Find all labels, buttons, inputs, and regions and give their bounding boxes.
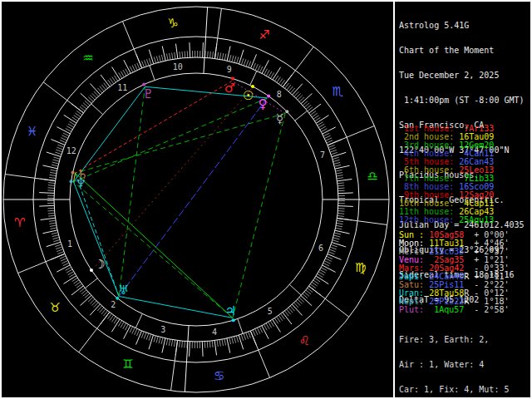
chart-time: 1:41:00pm (ST -8:00 GMT)	[399, 96, 525, 105]
zodiac-glyph-gemini: ♊	[122, 357, 133, 372]
chart-info-sidebar: Astrolog 5.41G Chart of the Moment Tue D…	[397, 2, 530, 397]
house-number: 3	[160, 325, 165, 334]
aspect-lines	[74, 81, 286, 318]
chart-type: Chart of the Moment	[399, 47, 525, 55]
aspect-trine	[74, 98, 268, 182]
zodiac-glyph-sagittarius: ♐	[259, 27, 269, 42]
planet-glyph-neptune: ♆	[76, 175, 86, 190]
planet-glyph-uranus: ♅	[118, 283, 129, 298]
planet-glyph-sun: ☉	[243, 88, 254, 103]
degree-marker-jupiter	[232, 318, 235, 322]
degree-marker-saturn	[71, 170, 75, 174]
degree-marker-mercury	[285, 110, 288, 113]
aspect-sextile	[119, 296, 233, 318]
planet-glyph-mercury: ☿	[276, 111, 283, 126]
planet-row: Plut: 1Aqu57 - 2°58'	[399, 306, 509, 314]
degree-marker-mars	[231, 77, 234, 81]
aspect-trine	[119, 86, 145, 296]
zodiac-glyph-cancer: ♋	[214, 368, 224, 383]
aspect-trine	[233, 113, 285, 318]
house-number: 7	[320, 150, 325, 160]
planet-glyph-pluto: ♇	[142, 86, 153, 101]
planet-glyph-mars: ♂	[224, 81, 235, 96]
element-tally-list: Fire: 3, Earth: 2, Air : 1, Water: 4 Car…	[399, 319, 509, 399]
house-number: 9	[227, 65, 232, 74]
aspect-trine	[74, 182, 233, 318]
zodiac-glyph-aries: ♈	[14, 215, 25, 230]
tally-modes: Car: 1, Fix: 4, Mut: 5	[399, 386, 509, 394]
planet-glyphs: ☉☽☿♀♂♃♄♅♆♇	[76, 81, 284, 318]
aspect-trine	[75, 113, 285, 173]
house-label: 12th house:	[399, 215, 459, 224]
house-number: 1	[67, 239, 72, 249]
house-number: 10	[173, 62, 183, 71]
tally-elements-1: Fire: 3, Earth: 2,	[399, 336, 509, 344]
tally-elements-2: Air : 1, Water: 4	[399, 361, 509, 369]
house-cusp-spokes	[3, 7, 389, 392]
zodiac-glyph-virgo: ♍	[355, 260, 366, 275]
planet-latitude: - 2°58'	[469, 305, 509, 314]
house-number: 2	[111, 300, 116, 309]
house-number: 4	[212, 328, 217, 337]
degree-tick-ring	[39, 42, 353, 357]
house-number: 11	[117, 83, 127, 92]
zodiac-glyph-leo: ♌	[298, 333, 309, 348]
house-row: 12th house: 25Aqu13	[399, 216, 494, 224]
house-number: 12	[66, 146, 76, 155]
app-title: Astrolog 5.41G	[399, 22, 525, 30]
planet-glyph-jupiter: ♃	[224, 303, 235, 318]
panel-separator	[393, 2, 395, 397]
natal-wheel-chart: ♈♉♊♋♌♍♎♏♐♑♒♓123456789101112☉☽☿♀♂♃♄♅♆♇	[2, 2, 392, 397]
house-number: 6	[318, 244, 323, 253]
planet-name: Plut:	[399, 305, 429, 314]
aspect-quincunx	[93, 89, 251, 269]
zodiac-glyph-pisces: ♓	[27, 124, 37, 139]
house-numbers: 123456789101112	[66, 62, 325, 337]
chart-date: Tue December 2, 2025	[399, 71, 525, 80]
zodiac-glyph-taurus: ♉	[49, 300, 60, 315]
zodiac-glyph-libra: ♎	[367, 169, 377, 184]
planet-glyph-venus: ♀	[259, 96, 268, 111]
house-number: 5	[268, 307, 273, 316]
house-cusp-list: 1st house: 7Ari33 2nd house: 16Tau09 3rd…	[399, 125, 494, 224]
planet-position-list: Sun : 10Sag58 + 0°00'Moon: 11Tau31 + 4°4…	[399, 231, 509, 314]
degree-marker-neptune	[70, 180, 73, 183]
zodiac-glyph-aquarius: ♒	[82, 51, 93, 66]
degree-marker-moon	[90, 268, 93, 272]
zodiac-glyph-scorpio: ♏	[332, 84, 343, 99]
aspect-opposition	[119, 98, 267, 297]
planet-glyph-moon: ☽	[94, 257, 105, 272]
house-number: 8	[277, 90, 282, 99]
zodiac-glyph-capricorn: ♑	[168, 16, 179, 31]
house-value: 25Aqu13	[459, 215, 494, 224]
planet-position: 1Aqu57	[429, 305, 464, 314]
astrolog-window: ♈♉♊♋♌♍♎♏♐♑♒♓123456789101112☉☽☿♀♂♃♄♅♆♇ As…	[0, 0, 532, 399]
